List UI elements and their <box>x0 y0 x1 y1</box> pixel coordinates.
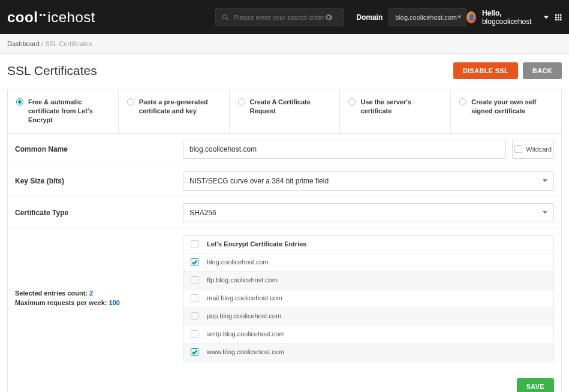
tab-create-csr[interactable]: Create A Certificate Request <box>230 89 341 133</box>
label-common-name: Common Name <box>15 145 183 153</box>
tab-lets-encrypt[interactable]: Free & automatic certificate from Let's … <box>8 89 119 133</box>
search-icon <box>222 14 229 21</box>
entry-domain: blog.coolicehost.com <box>207 258 269 266</box>
disable-ssl-button[interactable]: DISABLE SSL <box>453 62 518 79</box>
entry-domain: mail.blog.coolicehost.com <box>207 294 282 301</box>
row-entries: Selected entries count: 2 Maximum reques… <box>8 229 561 371</box>
select-value: SHA256 <box>189 209 216 217</box>
page-title: SSL Certificates <box>7 64 97 78</box>
domain-label: Domain <box>356 13 383 22</box>
row-common-name: Common Name Wildcard <box>8 134 561 165</box>
avatar[interactable]: 👤 <box>466 11 476 23</box>
entry-row[interactable]: blog.coolicehost.com <box>183 254 553 272</box>
page-head: SSL Certificates DISABLE SSL BACK <box>7 62 562 79</box>
entries-header-row: Let's Encrypt Certificate Entries <box>183 236 553 254</box>
entry-domain: smtp.blog.coolicehost.com <box>207 330 285 337</box>
entry-checkbox[interactable] <box>191 330 198 338</box>
tab-label: Create your own self signed certificate <box>471 98 553 116</box>
svg-rect-8 <box>559 19 561 20</box>
tab-label: Paste a pre-generated certificate and ke… <box>139 98 221 116</box>
wildcard-toggle[interactable]: Wildcard <box>512 140 554 159</box>
radio-icon <box>238 98 245 105</box>
radio-icon <box>459 98 466 105</box>
chevron-down-icon <box>543 179 547 182</box>
label-key-size: Key Size (bits) <box>15 177 183 185</box>
apps-grid-icon[interactable] <box>555 13 562 22</box>
select-all-checkbox[interactable] <box>191 240 198 248</box>
panel-footer: SAVE <box>8 371 561 392</box>
app-header: coolicehost Domain blog.coolicehost.com … <box>0 0 569 34</box>
selected-label: Selected entries count: <box>15 290 89 297</box>
svg-rect-2 <box>559 14 561 16</box>
select-value: NIST/SECG curve over a 384 bit prime fie… <box>189 177 329 185</box>
breadcrumb-current: SSL Certificates <box>45 40 92 47</box>
selected-value: 2 <box>89 290 93 297</box>
label-cert-type: Certificate Type <box>15 209 183 217</box>
entries-table: Let's Encrypt Certificate Entriesblog.co… <box>183 235 554 361</box>
radio-icon <box>127 98 134 105</box>
tab-server-cert[interactable]: Use the server's certificate <box>340 89 451 133</box>
tab-label: Use the server's certificate <box>360 98 442 116</box>
entry-checkbox[interactable] <box>191 348 198 356</box>
entry-row[interactable]: ftp.blog.coolicehost.com <box>183 272 553 290</box>
entry-checkbox[interactable] <box>191 294 198 302</box>
row-key-size: Key Size (bits) NIST/SECG curve over a 3… <box>8 165 561 197</box>
svg-rect-3 <box>555 16 557 18</box>
radio-icon <box>348 98 356 105</box>
greeting-prefix: Hello, <box>482 9 502 17</box>
chevron-down-icon <box>457 16 462 19</box>
select-cert-type[interactable]: SHA256 <box>183 203 554 222</box>
entry-checkbox[interactable] <box>191 258 198 266</box>
chevron-down-icon <box>543 211 547 214</box>
tab-label: Create A Certificate Request <box>250 98 332 116</box>
entry-domain: www.blog.coolicehost.com <box>207 348 284 355</box>
entries-side-info: Selected entries count: 2 Maximum reques… <box>15 235 183 361</box>
input-common-name[interactable] <box>183 140 506 159</box>
header-right: 👤 Hello, blogcoolicehost <box>466 9 562 26</box>
entry-checkbox[interactable] <box>191 276 198 284</box>
select-key-size[interactable]: NIST/SECG curve over a 384 bit prime fie… <box>183 171 554 191</box>
checkbox-icon <box>514 145 522 153</box>
tab-label: Free & automatic certificate from Let's … <box>28 98 110 125</box>
logo-light: host <box>67 9 95 26</box>
entry-checkbox[interactable] <box>191 312 198 320</box>
greeting-user: blogcoolicehost <box>482 17 532 26</box>
breadcrumb: Dashboard / SSL Certificates <box>0 34 569 54</box>
entries-header-label: Let's Encrypt Certificate Entries <box>207 240 306 248</box>
user-menu-caret-icon[interactable] <box>544 14 549 20</box>
wildcard-label: Wildcard <box>526 146 552 153</box>
logo-bold: cool <box>7 9 38 26</box>
logo-dots-icon <box>40 14 42 16</box>
max-value: 100 <box>109 299 120 306</box>
tab-paste-cert[interactable]: Paste a pre-generated certificate and ke… <box>119 89 230 133</box>
cert-mode-tabs: Free & automatic certificate from Let's … <box>8 89 561 134</box>
svg-rect-6 <box>555 19 557 20</box>
gear-icon[interactable] <box>324 13 333 22</box>
entry-domain: ftp.blog.coolicehost.com <box>207 276 278 284</box>
tab-self-signed[interactable]: Create your own self signed certificate <box>451 89 561 133</box>
max-label: Maximum requests per week: <box>15 299 109 306</box>
search-box[interactable] <box>215 8 344 26</box>
ssl-panel: Free & automatic certificate from Let's … <box>7 89 562 392</box>
radio-icon <box>16 98 23 105</box>
entry-domain: pop.blog.coolicehost.com <box>207 312 281 319</box>
brand-logo: coolicehost <box>7 9 95 26</box>
svg-rect-1 <box>557 14 559 16</box>
svg-rect-7 <box>557 19 559 20</box>
breadcrumb-root[interactable]: Dashboard <box>7 40 40 47</box>
greeting: Hello, blogcoolicehost <box>482 9 538 26</box>
svg-rect-0 <box>555 14 557 16</box>
domain-select[interactable]: blog.coolicehost.com <box>389 8 466 26</box>
domain-value: blog.coolicehost.com <box>395 14 457 21</box>
svg-rect-4 <box>557 16 559 18</box>
entry-row[interactable]: www.blog.coolicehost.com <box>183 343 553 361</box>
svg-rect-5 <box>559 16 561 18</box>
search-input[interactable] <box>234 14 324 21</box>
entry-row[interactable]: mail.blog.coolicehost.com <box>183 290 553 307</box>
back-button[interactable]: BACK <box>523 62 562 79</box>
entry-row[interactable]: smtp.blog.coolicehost.com <box>183 325 553 343</box>
breadcrumb-sep: / <box>40 40 45 47</box>
row-cert-type: Certificate Type SHA256 <box>8 197 561 229</box>
entry-row[interactable]: pop.blog.coolicehost.com <box>183 307 553 325</box>
save-button[interactable]: SAVE <box>517 378 554 392</box>
